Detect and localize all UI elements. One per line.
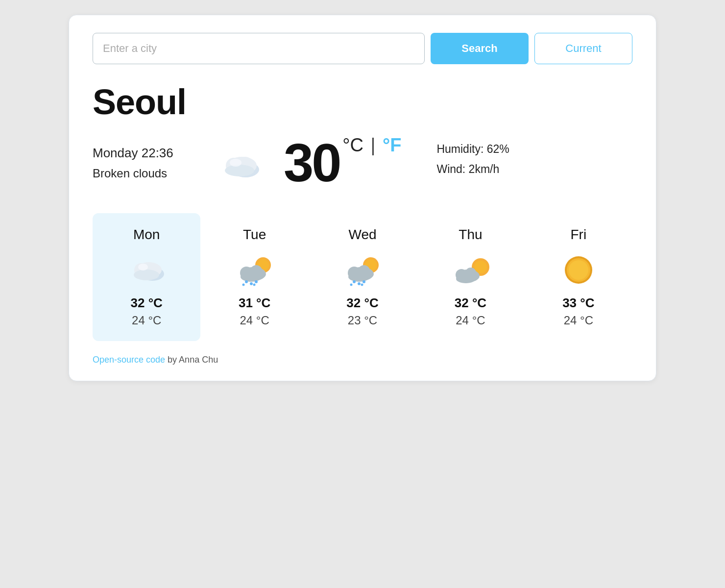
forecast-day-mon[interactable]: Mon 32 °C 24 °C xyxy=(93,213,200,341)
svg-point-32 xyxy=(350,284,353,286)
forecast-high-fri: 33 °C xyxy=(562,295,594,311)
fahrenheit-unit[interactable]: °F xyxy=(383,135,401,155)
forecast-day-tue[interactable]: Tue 31 ° xyxy=(200,213,308,341)
svg-point-29 xyxy=(353,280,356,283)
forecast-icon-tue xyxy=(233,251,277,287)
search-button[interactable]: Search xyxy=(431,33,529,64)
celsius-unit[interactable]: °C xyxy=(342,135,363,155)
unit-toggle[interactable]: °C | °F xyxy=(342,136,401,154)
search-input[interactable] xyxy=(93,33,425,64)
current-weather-icon xyxy=(215,143,264,182)
svg-point-22 xyxy=(253,284,255,286)
svg-point-33 xyxy=(361,284,363,286)
weather-description: Broken clouds xyxy=(93,167,195,180)
forecast-day-wed[interactable]: Wed 32 °C 23 °C xyxy=(309,213,416,341)
svg-point-42 xyxy=(569,260,588,280)
svg-point-31 xyxy=(362,280,365,283)
unit-separator: | xyxy=(371,135,376,155)
svg-point-30 xyxy=(358,282,361,285)
temperature-value: 30 xyxy=(284,136,339,190)
datetime: Monday 22:36 xyxy=(93,146,195,161)
current-location-button[interactable]: Current xyxy=(534,33,632,64)
svg-point-11 xyxy=(138,264,148,270)
forecast-day-thu[interactable]: Thu 32 °C 24 °C xyxy=(416,213,524,341)
forecast-high-wed: 32 °C xyxy=(346,295,378,311)
datetime-desc: Monday 22:36 Broken clouds xyxy=(93,146,195,180)
forecast-low-mon: 24 °C xyxy=(132,314,161,327)
day-label-fri: Fri xyxy=(571,227,587,243)
forecast-icon-thu xyxy=(448,251,492,287)
svg-point-19 xyxy=(250,282,253,285)
wind: Wind: 2km/h xyxy=(436,163,509,176)
svg-point-39 xyxy=(456,274,476,283)
forecast-low-fri: 24 °C xyxy=(564,314,593,327)
day-label-mon: Mon xyxy=(133,227,160,243)
forecast-row: Mon 32 °C 24 °C Tue xyxy=(93,213,632,341)
temperature-display: 30 °C | °F xyxy=(284,136,401,190)
humidity-wind: Humidity: 62% Wind: 2km/h xyxy=(436,143,509,183)
day-label-thu: Thu xyxy=(459,227,482,243)
svg-point-5 xyxy=(230,159,242,167)
forecast-icon-wed xyxy=(340,251,385,287)
open-source-link[interactable]: Open-source code xyxy=(93,355,165,365)
footer-suffix: by Anna Chu xyxy=(165,355,218,365)
forecast-day-fri[interactable]: Fri 33 °C 24 °C xyxy=(525,213,632,341)
weather-card: Search Current Seoul Monday 22:36 Broken… xyxy=(69,15,656,381)
svg-point-10 xyxy=(134,270,159,280)
svg-point-20 xyxy=(255,280,258,283)
humidity: Humidity: 62% xyxy=(436,143,509,156)
forecast-low-tue: 24 °C xyxy=(240,314,269,327)
day-label-wed: Wed xyxy=(348,227,376,243)
forecast-low-thu: 24 °C xyxy=(456,314,485,327)
day-label-tue: Tue xyxy=(243,227,266,243)
forecast-high-thu: 32 °C xyxy=(455,295,486,311)
forecast-high-mon: 32 °C xyxy=(131,295,163,311)
forecast-icon-mon xyxy=(124,251,169,287)
svg-point-4 xyxy=(225,165,254,176)
svg-point-21 xyxy=(242,284,244,286)
search-row: Search Current xyxy=(93,33,632,64)
city-name: Seoul xyxy=(93,82,632,122)
svg-point-17 xyxy=(241,272,262,282)
forecast-icon-fri xyxy=(556,251,601,287)
footer: Open-source code by Anna Chu xyxy=(93,355,632,365)
current-weather-row: Monday 22:36 Broken clouds 30 °C | xyxy=(93,136,632,190)
forecast-high-tue: 31 °C xyxy=(239,295,270,311)
forecast-low-wed: 23 °C xyxy=(348,314,377,327)
svg-point-18 xyxy=(245,280,248,283)
svg-point-28 xyxy=(348,272,370,282)
